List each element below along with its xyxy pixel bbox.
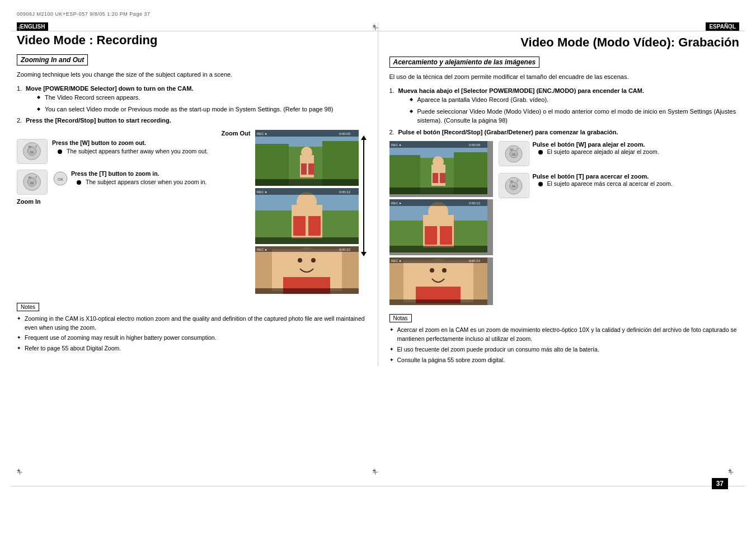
svg-rect-23 [255,179,359,186]
right-bullet-t [538,182,543,186]
left-step-2: 2. Press the [Record/Stop] button to sta… [17,116,367,125]
svg-text:OK: OK [30,182,35,185]
right-preview-1: REC ● 0:00:05 [389,141,493,197]
svg-point-30 [297,192,317,212]
svg-rect-56 [389,188,487,194]
left-note-1: Zooming in the CAM is X10-optical electr… [17,315,367,332]
svg-text:OK: OK [58,177,63,181]
arrow-line [363,140,364,252]
left-steps-list: 1. Move [POWER/MODE Selector] down to tu… [17,84,367,125]
zoom-t-text: Press the [T] button to zoom in. The sub… [71,170,207,188]
left-note-2: Frequent use of zooming may result in hi… [17,334,367,343]
svg-rect-53 [433,173,438,183]
page-container: + + + + + + 00906J M2100 UK+ESP-057 9/8/… [0,0,756,534]
crosshair-top-right: + [728,22,739,34]
zoom-w-bullet: The subject appears further away when yo… [58,147,208,156]
left-notes-list: Zooming in the CAM is X10-optical electr… [17,315,367,353]
crosshair-bottom-right: + [728,467,739,478]
left-preview-images: REC ● 0:00:05 [255,130,359,296]
svg-rect-77 [389,299,487,305]
svg-rect-54 [440,173,445,183]
svg-text:0:00:05: 0:00:05 [339,132,351,135]
svg-point-74 [442,268,447,273]
left-step-2-text: Press the [Record/Stop] button to start … [26,117,171,124]
bullet-icon-w [58,149,62,154]
svg-point-52 [433,156,444,167]
svg-rect-67 [389,246,487,252]
svg-text:W: W [510,148,513,151]
right-notes-list: Acercar el zoom en la CAM es un zoom de … [389,326,740,364]
svg-text:REC ●: REC ● [257,190,267,194]
svg-point-41 [311,258,316,263]
content-columns: ENGLISH Video Mode : Recording Zooming I… [17,22,739,366]
zoom-in-label: Zoom In [17,198,251,205]
zoom-w-title: Press the [W] button to zoom out. [52,139,146,146]
svg-rect-21 [308,163,314,175]
right-zoom-w-block: W OK T Pulse el botón [W] para alejar el… [499,141,740,166]
right-column: ESPAÑOL Video Mode (Modo Vídeo): Grabaci… [378,22,740,366]
svg-text:REC ●: REC ● [391,202,401,205]
right-preview-2: REC ● 0:00:12 [389,199,493,255]
right-zoom-t-cam: W OK T [499,173,529,198]
preview-zoom-out: REC ● 0:00:05 [255,130,359,186]
svg-text:0:00:22: 0:00:22 [339,248,351,251]
svg-text:0:00:12: 0:00:12 [469,202,481,205]
right-zoom-area: REC ● 0:00:05 [389,141,740,307]
svg-text:W: W [510,180,513,183]
crosshair-bottom-left: + [17,467,28,478]
zoom-w-item: W OK T Press the [W] button to zoom out.… [17,139,251,164]
svg-text:0:00:12: 0:00:12 [339,190,351,194]
page-number: 37 [712,478,728,489]
svg-rect-20 [301,163,307,175]
right-preview-images: REC ● 0:00:05 [389,141,493,307]
svg-rect-65 [440,226,452,245]
left-step-1-text: Move [POWER/MODE Selector] down to turn … [26,85,193,92]
right-zoom-t-block: W OK T Pulse el botón [T] para acercar e… [499,173,740,198]
right-zoom-w-text: Pulse el botón [W] para alejar el zoom. … [533,141,659,158]
preview-zoom-in: REC ● 0:00:22 [255,246,359,294]
zoom-out-label: Zoom Out [222,130,251,137]
right-zoom-w-cam: W OK T [499,141,529,166]
left-section-title: Video Mode : Recording [17,33,367,48]
right-header: ESPAÑOL [389,22,740,33]
zoom-t-item: W OK T OK Press the [17,170,251,195]
bottom-rule [11,486,745,486]
svg-text:T: T [35,176,37,179]
right-preview-3: REC ● 0:00:22 [389,257,493,305]
right-note-3: Consulte la página 55 sobre zoom digital… [389,356,740,365]
right-zoom-t-title: Pulse el botón [T] para acercar el zoom. [533,173,649,180]
svg-text:T: T [35,145,37,148]
svg-text:REC ●: REC ● [257,248,267,251]
svg-text:W: W [28,176,31,179]
left-intro: Zooming technique lets you change the si… [17,70,367,79]
zoom-t-bullet: The subject appears closer when you zoom… [77,178,207,186]
right-subsection-title: Acercamiento y alejamiento de las imágen… [389,57,540,68]
svg-text:REC ●: REC ● [391,259,401,263]
right-bullet-w [538,150,543,154]
preview-zoom-mid: REC ● 0:00:12 [255,188,359,244]
svg-text:OK: OK [511,185,516,188]
svg-text:T: T [516,148,519,151]
svg-text:W: W [28,145,31,148]
left-step-1: 1. Move [POWER/MODE Selector] down to tu… [17,84,367,114]
left-note-3: Refer to page 55 about Digital Zoom. [17,344,367,353]
right-step-2: 2. Pulse el botón [Record/Stop] (Grabar/… [389,128,740,137]
svg-rect-31 [293,216,306,236]
right-intro: El uso de la técnica del zoom permite mo… [389,72,740,82]
crosshair-top-left: + [17,22,28,34]
svg-point-40 [298,258,302,263]
right-step-2-text: Pulse el botón [Record/Stop] (Grabar/Det… [398,129,618,135]
zoom-w-text: Press the [W] button to zoom out. The su… [52,139,208,157]
right-note-1: Acercar el zoom en la CAM es un zoom de … [389,326,740,344]
crosshair-center-top: + [373,22,384,34]
right-step-1-text: Mueva hacia abajo el [Selector POWER/MOD… [398,87,644,94]
svg-rect-32 [308,216,321,236]
right-step-1: 1. Mueva hacia abajo el [Selector POWER/… [389,86,740,125]
right-steps-list: 1. Mueva hacia abajo el [Selector POWER/… [389,86,740,137]
left-step-1-subitems: The Video Record screen appears. You can… [37,93,367,114]
left-subsection-title: Zooming In and Out [17,54,88,65]
right-note-2: El uso frecuente del zoom puede producir… [389,345,740,354]
zoom-out-label-container: Zoom Out [17,130,251,137]
zoom-w-cam-control: W OK T [17,139,48,164]
right-section-title: Video Mode (Modo Vídeo): Grabación [389,35,740,50]
